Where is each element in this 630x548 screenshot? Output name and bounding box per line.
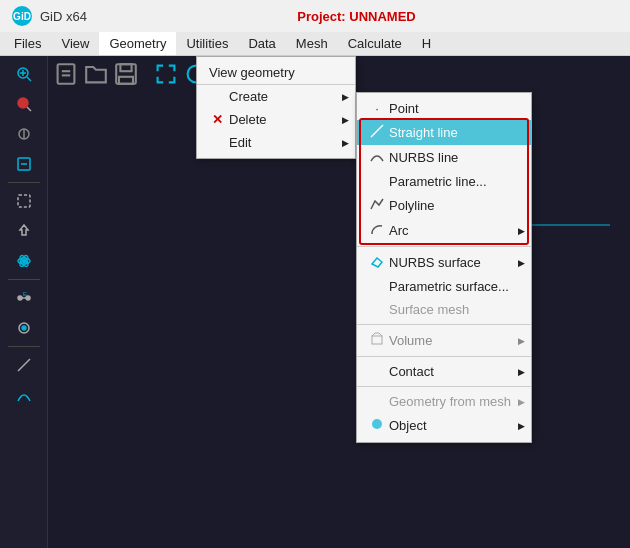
svg-point-37 — [372, 419, 382, 429]
select-icon[interactable] — [6, 187, 42, 215]
svg-line-21 — [18, 359, 30, 371]
zoom-out-icon[interactable] — [6, 90, 42, 118]
nurbs-surface-icon — [369, 254, 385, 271]
separator-3 — [8, 346, 40, 347]
menu-files[interactable]: Files — [4, 32, 51, 55]
polyline-icon — [369, 197, 385, 214]
svg-rect-10 — [18, 195, 30, 207]
separator-2 — [8, 279, 40, 280]
polyline-item[interactable]: Polyline — [357, 193, 531, 218]
nurbs-line-icon — [369, 149, 385, 166]
create-item[interactable]: Create — [197, 85, 355, 108]
separator-1 — [8, 182, 40, 183]
svg-point-4 — [18, 98, 28, 108]
contact-item[interactable]: Contact — [357, 360, 531, 383]
svg-line-5 — [27, 107, 31, 111]
svg-line-32 — [371, 125, 383, 137]
volume-item[interactable]: Volume — [357, 328, 531, 353]
layer-icon[interactable] — [6, 314, 42, 342]
svg-rect-27 — [119, 77, 133, 84]
parametric-line-item[interactable]: Parametric line... — [357, 170, 531, 193]
line-icon[interactable] — [6, 351, 42, 379]
menu-geometry[interactable]: Geometry — [99, 32, 176, 55]
red-outline-group: Straight line NURBS line — [357, 120, 531, 243]
pan-icon[interactable] — [6, 120, 42, 148]
object-icon — [369, 417, 385, 434]
svg-text:E: E — [23, 291, 27, 297]
sep-4 — [357, 386, 531, 387]
sep-2 — [357, 324, 531, 325]
edit-item[interactable]: Edit — [197, 131, 355, 154]
sep-1 — [357, 246, 531, 247]
edit-icon[interactable] — [6, 150, 42, 178]
node-icon[interactable]: E — [6, 284, 42, 312]
fit-icon[interactable] — [152, 60, 180, 88]
zoom-in-icon[interactable] — [6, 60, 42, 88]
svg-line-1 — [27, 77, 31, 81]
app-logo: GiD — [12, 6, 32, 26]
project-title: Project: UNNAMED — [95, 9, 618, 24]
main-area: E — [0, 56, 630, 548]
straight-line-icon — [369, 124, 385, 141]
point-item[interactable]: · Point — [357, 97, 531, 120]
volume-icon — [369, 332, 385, 349]
menu-bar: Files View Geometry Utilities Data Mesh … — [0, 32, 630, 56]
app-name: GiD x64 — [40, 9, 87, 24]
parametric-surface-item[interactable]: Parametric surface... — [357, 275, 531, 298]
svg-rect-22 — [58, 64, 75, 84]
svg-rect-33 — [372, 336, 382, 344]
arc-icon — [369, 222, 385, 239]
save-icon[interactable] — [112, 60, 140, 88]
left-toolbar: E — [0, 56, 48, 548]
point-icon: · — [369, 101, 385, 116]
svg-point-14 — [22, 260, 25, 263]
menu-mesh[interactable]: Mesh — [286, 32, 338, 55]
recycle-icon[interactable] — [6, 217, 42, 245]
project-name: UNNAMED — [349, 9, 415, 24]
view-geometry-item[interactable]: View geometry — [197, 61, 355, 85]
menu-help[interactable]: H — [412, 32, 441, 55]
arc-tb-icon[interactable] — [6, 381, 42, 409]
nurbs-line-item[interactable]: NURBS line — [357, 145, 531, 170]
menu-data[interactable]: Data — [238, 32, 285, 55]
arc-item[interactable]: Arc — [357, 218, 531, 243]
geometry-dropdown: View geometry Create ✕ Delete Edit — [196, 56, 356, 159]
title-bar: GiD GiD x64 Project: UNNAMED — [0, 0, 630, 32]
geometry-from-mesh-item: Geometry from mesh — [357, 390, 531, 413]
svg-point-15 — [18, 296, 22, 300]
svg-point-20 — [22, 326, 26, 330]
svg-rect-26 — [120, 64, 131, 71]
sep-3 — [357, 356, 531, 357]
delete-x-icon: ✕ — [209, 112, 225, 127]
menu-view[interactable]: View — [51, 32, 99, 55]
menu-utilities[interactable]: Utilities — [176, 32, 238, 55]
geometry-lines — [530, 106, 610, 226]
folder-icon[interactable] — [82, 60, 110, 88]
file-new-icon[interactable] — [52, 60, 80, 88]
nurbs-surface-item[interactable]: NURBS surface — [357, 250, 531, 275]
menu-calculate[interactable]: Calculate — [338, 32, 412, 55]
straight-line-item[interactable]: Straight line — [357, 120, 531, 145]
create-submenu: · Point Straight line — [356, 92, 532, 443]
canvas-area: View geometry Create ✕ Delete Edit — [48, 56, 630, 548]
object-item[interactable]: Object — [357, 413, 531, 438]
surface-mesh-item: Surface mesh — [357, 298, 531, 321]
atom-icon[interactable] — [6, 247, 42, 275]
delete-item[interactable]: ✕ Delete — [197, 108, 355, 131]
